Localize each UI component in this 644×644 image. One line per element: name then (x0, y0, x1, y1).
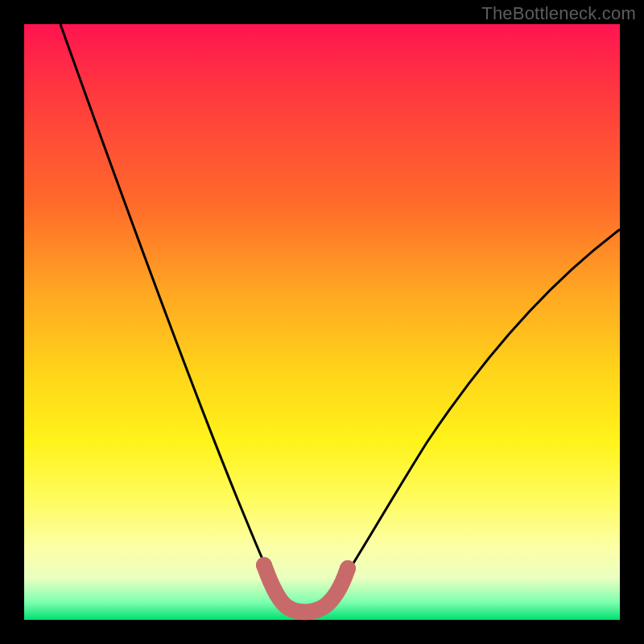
optimal-band (264, 565, 348, 612)
plot-area (24, 24, 620, 620)
watermark-text: TheBottleneck.com (481, 3, 636, 24)
chart-frame: TheBottleneck.com (0, 0, 644, 644)
curve-layer (24, 24, 620, 620)
band-dot-right (340, 560, 356, 576)
band-dot-left (256, 557, 272, 573)
bottleneck-curve (60, 24, 620, 610)
